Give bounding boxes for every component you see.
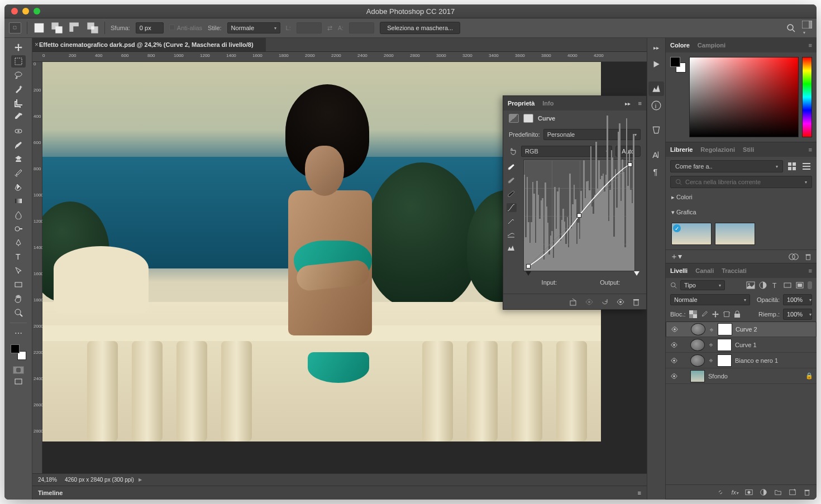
mask-thumb[interactable]	[717, 354, 732, 367]
lasso-tool[interactable]	[11, 69, 26, 81]
tab-layers[interactable]: Livelli	[670, 267, 688, 274]
link-layers-icon[interactable]	[717, 488, 724, 496]
tab-close-icon[interactable]: ×	[35, 41, 39, 49]
new-adjustment-icon[interactable]	[760, 488, 767, 496]
rectangle-tool[interactable]	[11, 279, 26, 291]
curve-draw-icon[interactable]	[507, 217, 517, 225]
delete-layer-icon[interactable]	[803, 488, 811, 496]
sampler-black-icon[interactable]	[507, 190, 517, 199]
tab-info[interactable]: Info	[542, 100, 553, 107]
panel-menu-icon[interactable]: ≡	[638, 489, 641, 496]
tab-swatches[interactable]: Campioni	[698, 42, 725, 49]
zoom-tool[interactable]	[11, 306, 26, 319]
library-select[interactable]: Come fare a..▾	[670, 160, 783, 172]
tool-preset-picker[interactable]	[9, 22, 21, 33]
workspace-switcher-icon[interactable]: ▾	[802, 21, 812, 35]
lock-transparency-icon[interactable]	[689, 310, 697, 318]
visibility-toggle-icon[interactable]	[670, 372, 678, 380]
tab-properties[interactable]: Proprietà	[508, 100, 534, 107]
ruler-horizontal[interactable]: 0200400600800100012001400160018002000220…	[32, 52, 647, 62]
color-fg-bg[interactable]	[670, 57, 686, 73]
color-hue-slider[interactable]	[802, 57, 812, 137]
layer-row[interactable]: ⎆Curve 2	[666, 321, 817, 337]
mask-link-icon[interactable]: ⎆	[708, 357, 714, 363]
magic-wand-tool[interactable]	[11, 83, 26, 95]
opacity-input[interactable]: 100%▾	[783, 294, 812, 305]
minimize-window-button[interactable]	[22, 8, 29, 15]
edit-toolbar-icon[interactable]: ⋯	[11, 327, 26, 339]
curve-point[interactable]	[577, 213, 581, 218]
curve-point[interactable]	[628, 162, 632, 167]
selection-add-icon[interactable]	[51, 22, 63, 34]
mask-link-icon[interactable]: ⎆	[709, 327, 714, 333]
marquee-tool[interactable]	[11, 55, 26, 68]
color-field[interactable]	[689, 57, 799, 137]
tab-color[interactable]: Colore	[670, 42, 690, 49]
cc-sync-icon[interactable]	[789, 253, 799, 261]
library-asset-thumb[interactable]	[671, 223, 712, 245]
lock-icon[interactable]: 🔒	[805, 372, 812, 380]
mask-link-icon[interactable]: ⎆	[708, 342, 714, 348]
status-menu-icon[interactable]: ▶	[139, 477, 142, 482]
layer-name[interactable]: Bianco e nero 1	[735, 357, 812, 364]
select-and-mask-button[interactable]: Seleziona e maschera...	[380, 22, 460, 34]
blend-mode-select[interactable]: Normale▾	[670, 294, 750, 305]
delete-asset-icon[interactable]	[804, 253, 812, 261]
healing-brush-tool[interactable]	[11, 125, 26, 137]
visibility-toggle-icon[interactable]	[670, 357, 678, 364]
layer-row[interactable]: ⎆Bianco e nero 1	[666, 353, 817, 368]
selection-new-icon[interactable]	[33, 22, 45, 34]
panel-menu-icon[interactable]: ≡	[809, 267, 812, 274]
lock-artboard-icon[interactable]	[723, 310, 731, 318]
filter-type-select[interactable]: Tipo▾	[680, 280, 725, 290]
library-asset-thumb[interactable]	[715, 223, 755, 245]
eraser-tool[interactable]	[11, 181, 26, 193]
layer-row[interactable]: ⎆Curve 1	[666, 337, 817, 353]
curve-point[interactable]	[526, 264, 531, 268]
screen-mode-icon[interactable]	[11, 376, 26, 388]
mask-icon[interactable]	[523, 114, 533, 123]
layer-name[interactable]: Sfondo	[708, 373, 802, 380]
collapse-icon[interactable]: ▸▸	[625, 100, 631, 107]
finger-icon[interactable]	[509, 147, 518, 155]
play-icon[interactable]	[648, 57, 664, 71]
list-view-icon[interactable]	[801, 160, 812, 172]
tab-libraries[interactable]: Librerie	[670, 146, 693, 153]
hand-tool[interactable]	[11, 292, 26, 305]
mask-thumb[interactable]	[717, 339, 732, 351]
search-icon[interactable]	[786, 23, 795, 32]
close-window-button[interactable]	[11, 8, 18, 15]
panel-menu-icon[interactable]: ≡	[638, 100, 642, 107]
history-brush-tool[interactable]	[11, 167, 26, 179]
dodge-tool[interactable]	[11, 223, 26, 235]
visibility-toggle-icon[interactable]	[671, 325, 679, 333]
curve-edit-points-icon[interactable]	[507, 203, 517, 212]
clip-to-layer-icon[interactable]	[569, 297, 578, 306]
brush-tool[interactable]	[11, 139, 26, 151]
channel-select[interactable]: RGB▾	[521, 146, 612, 157]
tab-adjustments[interactable]: Regolazioni	[700, 146, 735, 153]
histogram-options-icon[interactable]	[507, 243, 517, 252]
feather-input[interactable]	[136, 22, 164, 33]
quick-mask-toggle[interactable]	[13, 366, 24, 374]
panel-menu-icon[interactable]: ≡	[809, 146, 812, 153]
panel-menu-icon[interactable]: ≡	[809, 42, 812, 49]
add-asset-icon[interactable]: ＋▾	[670, 252, 682, 262]
character-panel-icon[interactable]: A	[648, 147, 664, 162]
filter-pixel-icon[interactable]	[746, 281, 755, 289]
fg-bg-color[interactable]	[11, 344, 26, 360]
layer-thumb[interactable]	[690, 370, 705, 382]
ruler-vertical[interactable]: 0200400600800100012001400160018002000220…	[32, 62, 42, 473]
style-select[interactable]: Normale▾	[227, 22, 280, 33]
filter-toggle[interactable]	[808, 281, 812, 289]
view-previous-icon[interactable]	[585, 297, 594, 306]
sampler-white-icon[interactable]	[507, 163, 517, 172]
type-tool[interactable]: T	[11, 251, 26, 263]
info-panel-icon[interactable]: i	[648, 98, 664, 113]
layer-mask-icon[interactable]	[745, 488, 753, 496]
tab-styles[interactable]: Stili	[743, 146, 754, 153]
curves-graph[interactable]	[523, 160, 635, 271]
eyedropper-tool[interactable]	[11, 111, 26, 123]
lock-pixels-icon[interactable]	[700, 310, 708, 318]
black-white-sliders[interactable]	[523, 272, 638, 277]
